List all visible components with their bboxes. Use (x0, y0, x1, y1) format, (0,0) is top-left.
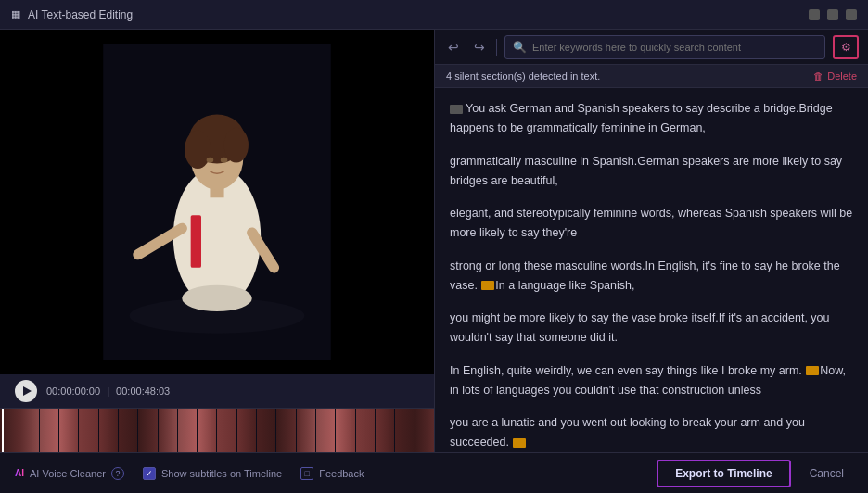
main-container: 00:00:00:00 | 00:00:48:03 ↩ ↪ 🔍 ⚙ (0, 30, 868, 452)
search-input[interactable] (532, 42, 817, 53)
frame-thumbnail (119, 409, 137, 452)
bottom-right: Export to Timeline Cancel (657, 460, 853, 487)
feedback-icon: □ (300, 467, 313, 480)
bottom-left: AI AI Voice Cleaner ? Show subtitles on … (15, 467, 364, 480)
frame-thumbnail (159, 409, 177, 452)
ai-icon: AI (15, 468, 24, 478)
filter-icon: ⚙ (841, 41, 851, 54)
text-content[interactable]: You ask German and Spanish speakers to s… (435, 88, 868, 452)
close-button[interactable] (846, 9, 857, 20)
frame-thumbnail (198, 409, 216, 452)
frame-thumbnail (237, 409, 256, 452)
video-area (0, 30, 434, 374)
frame-thumbnail (356, 409, 375, 452)
ai-voice-cleaner-item[interactable]: AI AI Voice Cleaner ? (15, 467, 124, 480)
bottom-bar: AI AI Voice Cleaner ? Show subtitles on … (0, 452, 868, 493)
frame-thumbnail (138, 409, 157, 452)
svg-point-10 (221, 158, 228, 163)
maximize-button[interactable] (827, 9, 838, 20)
delete-icon: 🗑 (813, 70, 823, 82)
total-time: 00:00:48:03 (116, 386, 170, 397)
frame-thumbnail (79, 409, 97, 452)
undo-button[interactable]: ↩ (444, 38, 463, 57)
silent-marker (806, 366, 819, 375)
silent-marker (513, 438, 526, 448)
svg-point-7 (185, 131, 211, 170)
frame-thumbnail (276, 409, 295, 452)
frame-thumbnail (99, 409, 118, 452)
show-subtitles-label: Show subtitles on Timeline (161, 468, 282, 479)
delete-label: Delete (827, 70, 857, 82)
title-bar-left: ▦ AI Text-based Editing (11, 8, 133, 21)
timeline-playhead (2, 409, 4, 452)
feedback-label: Feedback (319, 468, 364, 479)
export-button[interactable]: Export to Timeline (657, 460, 790, 487)
toolbar: ↩ ↪ 🔍 ⚙ (435, 30, 868, 65)
app-title: AI Text-based Editing (28, 8, 133, 21)
frame-thumbnail (395, 409, 414, 452)
search-box: 🔍 (504, 35, 825, 59)
frame-thumbnail (297, 409, 315, 452)
cancel-button[interactable]: Cancel (800, 461, 853, 486)
text-paragraph[interactable]: elegant, and stereotypically feminine wo… (450, 204, 853, 244)
text-paragraph[interactable]: You ask German and Spanish speakers to s… (450, 99, 853, 139)
frame-thumbnail (59, 409, 78, 452)
text-paragraph[interactable]: In English, quite weirdly, we can even s… (450, 361, 853, 401)
notification-bar: 4 silent section(s) detected in text. 🗑 … (435, 65, 868, 88)
title-bar: ▦ AI Text-based Editing (0, 0, 868, 30)
play-button[interactable] (15, 380, 37, 402)
feedback-item[interactable]: □ Feedback (300, 467, 364, 480)
right-panel: ↩ ↪ 🔍 ⚙ 4 silent section(s) detected in … (434, 30, 868, 452)
text-paragraph[interactable]: grammatically masculine in Spanish.Germa… (450, 152, 853, 192)
silent-marker (481, 281, 494, 290)
notification-text: 4 silent section(s) detected in text. (446, 70, 600, 82)
search-icon: 🔍 (513, 41, 527, 54)
help-icon[interactable]: ? (111, 467, 124, 480)
frame-thumbnail (257, 409, 275, 452)
frame-thumbnail (336, 409, 354, 452)
time-display: 00:00:00:00 | 00:00:48:03 (46, 386, 170, 397)
frame-thumbnail (19, 409, 38, 452)
frame-thumbnail (217, 409, 236, 452)
frame-thumbnail (178, 409, 197, 452)
title-bar-controls (809, 9, 857, 20)
left-panel: 00:00:00:00 | 00:00:48:03 (0, 30, 434, 452)
current-time: 00:00:00:00 (46, 386, 100, 397)
svg-rect-3 (191, 215, 201, 268)
time-separator: | (107, 386, 109, 397)
text-paragraph[interactable]: you might be more likely to say the vase… (450, 309, 853, 348)
svg-point-9 (207, 158, 214, 163)
text-paragraph[interactable]: you are a lunatic and you went out looki… (450, 413, 853, 452)
text-paragraph[interactable]: strong or long these masculine words.In … (450, 257, 853, 297)
frame-thumbnail (376, 409, 394, 452)
toolbar-divider (496, 39, 497, 56)
timeline-strip[interactable] (0, 408, 434, 452)
svg-point-13 (182, 285, 252, 311)
frame-thumbnail (415, 409, 434, 452)
app-icon: ▦ (11, 8, 20, 20)
show-subtitles-item[interactable]: Show subtitles on Timeline (143, 467, 282, 480)
timeline-frames (0, 409, 434, 452)
frame-thumbnail (40, 409, 58, 452)
filter-button[interactable]: ⚙ (833, 35, 859, 59)
minimize-button[interactable] (809, 9, 820, 20)
subtitles-checkbox[interactable] (143, 467, 156, 480)
ai-voice-cleaner-label: AI Voice Cleaner (30, 468, 106, 479)
video-controls: 00:00:00:00 | 00:00:48:03 (0, 374, 434, 408)
video-preview (96, 44, 338, 360)
frame-thumbnail (316, 409, 335, 452)
svg-point-8 (224, 128, 249, 163)
redo-button[interactable]: ↪ (470, 38, 489, 57)
paragraph-icon (450, 105, 463, 114)
delete-button[interactable]: 🗑 Delete (813, 70, 857, 82)
